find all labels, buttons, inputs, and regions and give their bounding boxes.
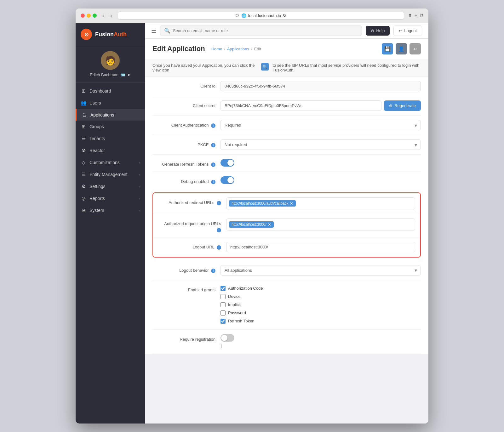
authorized-origin-input[interactable]: http://localhost:3000/ ✕ [226, 219, 415, 230]
sidebar-nav: ⊞ Dashboard 👥 Users 🗂 Applications ⊞ Gro… [76, 82, 145, 423]
browser-controls: ‹ › [100, 12, 114, 19]
sidebar-item-customizations[interactable]: ◇ Customizations ‹ [76, 156, 145, 168]
save-button[interactable]: 💾 [382, 43, 393, 54]
pkce-row: PKCE i Not required Required Required wh… [152, 135, 421, 155]
grant-refresh-token[interactable]: Refresh Token [220, 319, 421, 324]
logout-button[interactable]: ↩ Logout [393, 26, 422, 36]
grant-device[interactable]: Device [220, 294, 421, 299]
reports-icon: ◎ [81, 196, 86, 201]
customizations-icon: ◇ [81, 160, 86, 165]
breadcrumb-applications[interactable]: Applications [227, 47, 249, 51]
form-section-2: Logout behavior i All applications Redir… [145, 261, 428, 354]
client-secret-label: Client secret [152, 100, 215, 109]
back-button[interactable]: ‹ [100, 12, 106, 19]
authorized-redirect-input[interactable]: http://localhost:3000/auth/callback ✕ [226, 197, 415, 209]
client-auth-field: Required Not required Not required when … [220, 120, 421, 130]
grant-password-checkbox[interactable] [220, 310, 226, 315]
user-button[interactable]: 👤 [396, 43, 407, 54]
sidebar-item-reactor[interactable]: ☢ Reactor [76, 145, 145, 156]
generate-refresh-toggle[interactable] [220, 159, 234, 167]
groups-icon: ⊞ [81, 124, 86, 129]
client-secret-input[interactable] [220, 100, 381, 111]
debug-info-icon[interactable]: i [211, 180, 215, 184]
grant-implicit[interactable]: Implicit [220, 302, 421, 307]
info-banner-text: Once you have saved your Application, yo… [152, 63, 257, 72]
regenerate-button[interactable]: ⊕ Regenerate [384, 100, 421, 111]
refresh-icon[interactable]: ↻ [283, 13, 286, 18]
require-registration-field: i [220, 334, 421, 349]
grant-authorization-code[interactable]: Authorization Code [220, 286, 421, 291]
back-action-button[interactable]: ↩ [410, 43, 421, 54]
pkce-select[interactable]: Not required Required Required when usin… [220, 139, 421, 150]
close-button[interactable] [81, 14, 85, 18]
form-container: Once you have saved your Application, yo… [145, 59, 428, 354]
settings-icon: ⚙ [81, 184, 86, 189]
logout-behavior-select[interactable]: All applications Redirect only [220, 265, 421, 276]
maximize-button[interactable] [93, 14, 97, 18]
menu-icon[interactable]: ☰ [151, 27, 156, 34]
client-auth-info-icon[interactable]: i [211, 123, 215, 128]
browser-actions: ⬆ + ⧉ [408, 13, 423, 19]
sidebar-item-tenants[interactable]: ☰ Tenants [76, 133, 145, 145]
grant-authorization-code-checkbox[interactable] [220, 286, 226, 291]
sidebar-item-users[interactable]: 👥 Users [76, 97, 145, 109]
logout-behavior-info-icon[interactable]: i [211, 269, 215, 273]
sidebar-item-groups[interactable]: ⊞ Groups [76, 121, 145, 133]
grant-password[interactable]: Password [220, 310, 421, 315]
sidebar-item-applications[interactable]: 🗂 Applications [76, 109, 145, 121]
system-icon: 🖥 [81, 207, 86, 213]
generate-refresh-info-icon[interactable]: i [211, 162, 215, 167]
logout-behavior-label: Logout behavior i [152, 265, 215, 273]
grant-device-checkbox[interactable] [220, 294, 226, 299]
grants-checkbox-group: Authorization Code Device Implicit [220, 285, 421, 325]
enabled-grants-field: Authorization Code Device Implicit [220, 285, 421, 325]
require-registration-label: Require registration [152, 334, 215, 342]
origin-tag-remove-0[interactable]: ✕ [268, 223, 271, 227]
pkce-label: PKCE i [152, 139, 215, 148]
pkce-field: Not required Required Required when usin… [220, 139, 421, 150]
minimize-button[interactable] [87, 14, 91, 18]
sidebar-item-system[interactable]: 🖥 System ‹ [76, 204, 145, 216]
pkce-info-icon[interactable]: i [211, 143, 215, 147]
generate-refresh-field [220, 159, 421, 167]
logout-url-input[interactable] [226, 242, 415, 252]
client-id-input[interactable] [220, 81, 421, 91]
applications-icon: 🗂 [82, 112, 87, 117]
search-input[interactable] [173, 28, 358, 33]
share-icon[interactable]: ⬆ [408, 13, 412, 19]
debug-label: Debug enabled i [152, 176, 215, 185]
authorized-redirect-info-icon[interactable]: i [217, 201, 221, 205]
address-bar[interactable]: 🛡 🌐 local.fusionauth.io ↻ [118, 12, 404, 20]
sidebar-item-dashboard[interactable]: ⊞ Dashboard [76, 85, 145, 97]
redirect-tag-remove-0[interactable]: ✕ [290, 202, 293, 206]
require-registration-info-icon[interactable]: i [220, 344, 222, 349]
sidebar-item-reports[interactable]: ◎ Reports ‹ [76, 192, 145, 204]
page-content: Once you have saved your Application, yo… [145, 59, 428, 423]
origin-tag-text-0: http://localhost:3000/ [232, 222, 266, 227]
user-name-label: Erlich Bachman 🪪 ➤ [90, 72, 131, 77]
page-title: Edit Application [152, 45, 205, 53]
windows-icon[interactable]: ⧉ [420, 13, 423, 19]
sidebar-item-label: Dashboard [89, 88, 111, 94]
client-id-row: Client Id [152, 77, 421, 96]
chevron-icon: ‹ [139, 185, 140, 188]
forward-button[interactable]: › [108, 12, 114, 19]
sidebar-item-label: System [89, 208, 104, 213]
authorized-origin-info-icon[interactable]: i [217, 228, 221, 232]
require-registration-toggle[interactable] [220, 334, 234, 342]
search-bar[interactable]: 🔍 [160, 26, 362, 36]
sidebar-item-entity-management[interactable]: ☰ Entity Management ‹ [76, 168, 145, 180]
debug-toggle[interactable] [220, 176, 234, 184]
help-button[interactable]: ⊙ Help [366, 26, 390, 36]
sidebar-item-label: Settings [89, 184, 106, 189]
new-tab-icon[interactable]: + [415, 13, 417, 19]
grant-implicit-checkbox[interactable] [220, 302, 226, 307]
entity-management-icon: ☰ [81, 172, 86, 177]
sidebar-item-settings[interactable]: ⚙ Settings ‹ [76, 180, 145, 192]
client-auth-select[interactable]: Required Not required Not required when … [220, 120, 421, 130]
breadcrumb-home[interactable]: Home [211, 47, 222, 51]
grant-refresh-token-checkbox[interactable] [220, 319, 226, 324]
client-secret-field: ⊕ Regenerate [220, 100, 421, 111]
sidebar-item-label: Applications [90, 112, 114, 117]
logout-url-info-icon[interactable]: i [217, 245, 221, 250]
